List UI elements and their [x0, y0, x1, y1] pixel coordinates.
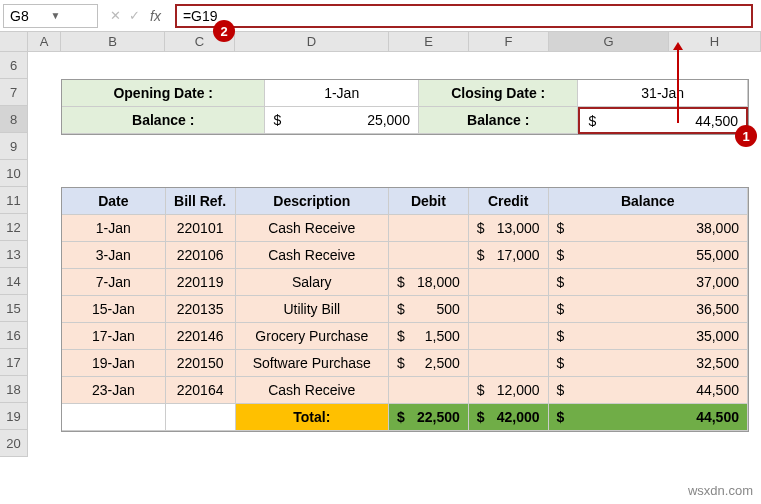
row-header-10[interactable]: 10 [0, 160, 28, 187]
arrow-annotation [677, 50, 679, 123]
table-cell[interactable]: Cash Receive [236, 377, 390, 404]
col-balance[interactable]: Balance [549, 188, 748, 215]
col-bill[interactable]: Bill Ref. [166, 188, 236, 215]
summary-box: Opening Date : 1-Jan Closing Date : 31-J… [61, 79, 749, 135]
currency-symbol: $ [273, 112, 281, 128]
table-cell[interactable] [389, 242, 469, 269]
table-cell[interactable]: 220119 [166, 269, 236, 296]
table-cell[interactable]: $1,500 [389, 323, 469, 350]
total-label[interactable]: Total: [236, 404, 390, 431]
total-balance[interactable]: $44,500 [549, 404, 748, 431]
col-header-F[interactable]: F [469, 32, 549, 52]
row-header-13[interactable]: 13 [0, 241, 28, 268]
opening-date-value[interactable]: 1-Jan [265, 80, 419, 107]
col-header-G[interactable]: G [549, 32, 669, 52]
table-cell[interactable]: $55,000 [549, 242, 748, 269]
col-header-A[interactable]: A [28, 32, 61, 52]
table-cell[interactable] [389, 215, 469, 242]
table-cell[interactable]: 220101 [166, 215, 236, 242]
table-cell[interactable]: 220164 [166, 377, 236, 404]
col-desc[interactable]: Description [236, 188, 390, 215]
select-all[interactable] [0, 32, 28, 52]
table-cell[interactable]: 23-Jan [62, 377, 166, 404]
table-cell[interactable]: 7-Jan [62, 269, 166, 296]
row-header-17[interactable]: 17 [0, 349, 28, 376]
table-cell[interactable]: Utility Bill [236, 296, 390, 323]
table-cell[interactable]: 1-Jan [62, 215, 166, 242]
closing-date-label[interactable]: Closing Date : [419, 80, 579, 107]
table-cell[interactable]: $44,500 [549, 377, 748, 404]
row-header-12[interactable]: 12 [0, 214, 28, 241]
formula-icons: ✕ ✓ fx [100, 8, 175, 24]
table-cell[interactable]: $17,000 [469, 242, 549, 269]
row-header-8[interactable]: 8 [0, 106, 28, 133]
col-header-B[interactable]: B [61, 32, 165, 52]
table-cell[interactable]: 17-Jan [62, 323, 166, 350]
col-header-E[interactable]: E [389, 32, 469, 52]
table-cell[interactable]: Salary [236, 269, 390, 296]
total-debit[interactable]: $22,500 [389, 404, 469, 431]
enter-icon[interactable]: ✓ [129, 8, 140, 23]
table-cell[interactable]: $12,000 [469, 377, 549, 404]
opening-date-label[interactable]: Opening Date : [62, 80, 265, 107]
table-cell[interactable]: Software Purchase [236, 350, 390, 377]
table-cell[interactable]: 19-Jan [62, 350, 166, 377]
table-cell[interactable]: Grocery Purchase [236, 323, 390, 350]
fx-icon[interactable]: fx [148, 8, 165, 24]
table-cell[interactable]: 220135 [166, 296, 236, 323]
col-credit[interactable]: Credit [469, 188, 549, 215]
closing-balance-value[interactable]: $ 44,500 [578, 107, 748, 134]
name-box-value: G8 [10, 8, 51, 24]
table-cell[interactable]: 220146 [166, 323, 236, 350]
col-date[interactable]: Date [62, 188, 166, 215]
formula-input[interactable]: =G19 [183, 8, 745, 24]
closing-date-value[interactable]: 31-Jan [578, 80, 748, 107]
row-header-14[interactable]: 14 [0, 268, 28, 295]
table-cell[interactable]: 220150 [166, 350, 236, 377]
row-header-9[interactable]: 9 [0, 133, 28, 160]
cancel-icon[interactable]: ✕ [110, 8, 121, 23]
opening-balance-label[interactable]: Balance : [62, 107, 265, 134]
table-cell[interactable]: $32,500 [549, 350, 748, 377]
table-cell[interactable]: 220106 [166, 242, 236, 269]
opening-balance-value[interactable]: $ 25,000 [265, 107, 419, 134]
closing-balance-label[interactable]: Balance : [419, 107, 579, 134]
table-cell[interactable]: $35,000 [549, 323, 748, 350]
table-cell[interactable]: $500 [389, 296, 469, 323]
chevron-down-icon[interactable]: ▼ [51, 10, 92, 21]
table-row: 1-Jan220101Cash Receive$13,000$38,000 [62, 215, 748, 242]
col-header-D[interactable]: D [235, 32, 389, 52]
table-row: 23-Jan220164Cash Receive$12,000$44,500 [62, 377, 748, 404]
total-spacer[interactable] [62, 404, 166, 431]
row-header-7[interactable]: 7 [0, 79, 28, 106]
table-cell[interactable]: 3-Jan [62, 242, 166, 269]
table-cell[interactable] [469, 350, 549, 377]
table-cell[interactable]: $13,000 [469, 215, 549, 242]
row-header-16[interactable]: 16 [0, 322, 28, 349]
table-cell[interactable]: $36,500 [549, 296, 748, 323]
table-cell[interactable]: $2,500 [389, 350, 469, 377]
name-box[interactable]: G8 ▼ [3, 4, 98, 28]
row-header-11[interactable]: 11 [0, 187, 28, 214]
table-cell[interactable] [469, 323, 549, 350]
table-cell[interactable]: Cash Receive [236, 242, 390, 269]
table-cell[interactable]: Cash Receive [236, 215, 390, 242]
table-cell[interactable] [469, 296, 549, 323]
table-cell[interactable] [469, 269, 549, 296]
table-row: 19-Jan220150Software Purchase$2,500$32,5… [62, 350, 748, 377]
total-spacer[interactable] [166, 404, 236, 431]
table-cell[interactable]: 15-Jan [62, 296, 166, 323]
col-debit[interactable]: Debit [389, 188, 469, 215]
cells-area[interactable]: Opening Date : 1-Jan Closing Date : 31-J… [28, 52, 761, 457]
row-header-15[interactable]: 15 [0, 295, 28, 322]
table-cell[interactable] [389, 377, 469, 404]
total-credit[interactable]: $42,000 [469, 404, 549, 431]
table-cell[interactable]: $18,000 [389, 269, 469, 296]
table-cell[interactable]: $38,000 [549, 215, 748, 242]
table-row: 17-Jan220146Grocery Purchase$1,500$35,00… [62, 323, 748, 350]
row-header-18[interactable]: 18 [0, 376, 28, 403]
row-header-19[interactable]: 19 [0, 403, 28, 430]
row-header-20[interactable]: 20 [0, 430, 28, 457]
table-cell[interactable]: $37,000 [549, 269, 748, 296]
row-header-6[interactable]: 6 [0, 52, 28, 79]
